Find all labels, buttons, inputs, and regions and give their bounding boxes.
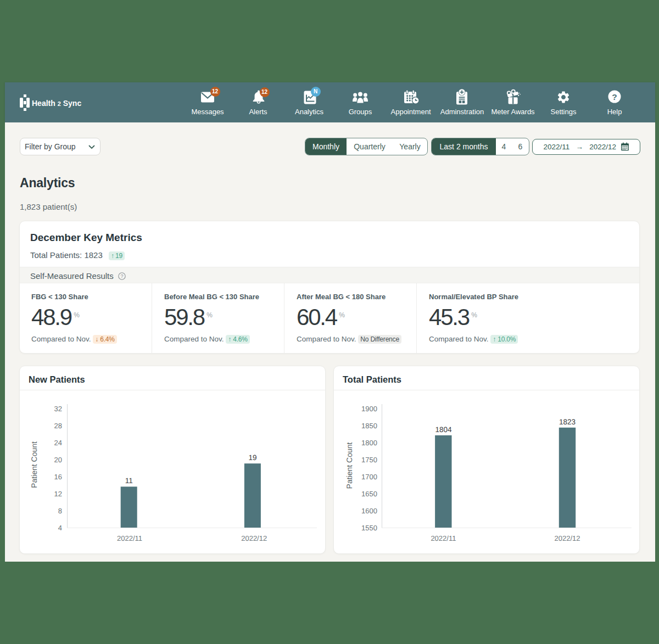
svg-text:2022/11: 2022/11 (431, 534, 456, 542)
svg-text:1850: 1850 (361, 422, 377, 430)
svg-text:2022/11: 2022/11 (117, 534, 142, 542)
svg-text:1600: 1600 (361, 507, 377, 515)
svg-text:2022/12: 2022/12 (555, 534, 580, 542)
svg-text:1550: 1550 (361, 524, 377, 532)
svg-text:16: 16 (54, 473, 62, 481)
svg-text:28: 28 (54, 422, 62, 430)
svg-text:Patient Count: Patient Count (30, 441, 38, 488)
svg-text:19: 19 (248, 453, 256, 462)
svg-text:11: 11 (125, 477, 133, 485)
svg-text:8: 8 (58, 507, 62, 515)
svg-text:12: 12 (54, 490, 62, 498)
svg-text:24: 24 (54, 439, 62, 447)
svg-text:1823: 1823 (559, 418, 576, 426)
svg-text:2022/12: 2022/12 (241, 534, 267, 542)
svg-text:?: ? (612, 92, 617, 102)
svg-text:4: 4 (58, 524, 62, 532)
svg-text:1650: 1650 (361, 490, 377, 498)
svg-text:20: 20 (54, 456, 62, 464)
svg-text:Patient Count: Patient Count (345, 442, 354, 489)
svg-text:?: ? (120, 273, 123, 279)
svg-text:1700: 1700 (361, 473, 377, 481)
svg-text:1750: 1750 (361, 456, 377, 464)
svg-text:1804: 1804 (435, 425, 452, 434)
svg-text:1800: 1800 (361, 439, 377, 447)
svg-text:1900: 1900 (361, 405, 377, 413)
svg-text:32: 32 (54, 405, 62, 413)
